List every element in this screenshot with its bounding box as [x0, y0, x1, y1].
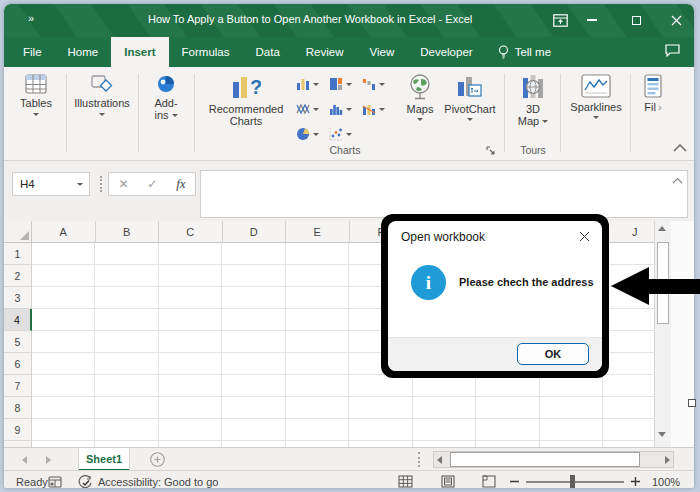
tab-formulas[interactable]: Formulas: [169, 37, 243, 67]
tab-data[interactable]: Data: [242, 37, 292, 67]
column-header-C[interactable]: C: [159, 221, 223, 243]
scroll-left-icon[interactable]: [437, 456, 442, 464]
new-sheet-button[interactable]: [150, 452, 165, 467]
tables-button[interactable]: Tables: [12, 74, 60, 116]
row-header-6[interactable]: 6: [4, 353, 32, 375]
page-layout-view-button[interactable]: [441, 471, 455, 488]
expand-formula-bar-button[interactable]: [672, 177, 683, 184]
name-box[interactable]: H4: [12, 172, 90, 196]
tab-review[interactable]: Review: [293, 37, 357, 67]
3d-map-icon: [520, 74, 546, 100]
waterfall-chart-button[interactable]: [362, 77, 385, 91]
minimize-icon: [587, 19, 597, 21]
tab-home[interactable]: Home: [55, 37, 112, 67]
row-header-4[interactable]: 4: [4, 309, 32, 331]
title-bar: » How To Apply a Button to Open Another …: [4, 4, 694, 37]
line-chart-icon: [296, 102, 310, 116]
recommended-charts-label-line1: Recommended: [209, 103, 284, 115]
line-chart-button[interactable]: [296, 102, 319, 116]
zoom-level[interactable]: 100%: [652, 471, 680, 488]
ribbon-tab-bar: FileHomeInsertFormulasDataReviewViewDeve…: [4, 37, 694, 67]
filters-button[interactable]: Fil›: [636, 74, 670, 113]
scatter-chart-button[interactable]: [329, 127, 352, 141]
horizontal-scroll-thumb[interactable]: [450, 452, 640, 467]
open-workbook-dialog: Open workbook i Please chech the address…: [388, 221, 602, 371]
column-header-A[interactable]: A: [32, 221, 96, 243]
tab-scrollbar-separator[interactable]: [418, 452, 420, 467]
close-button[interactable]: [666, 12, 686, 28]
column-header-B[interactable]: B: [96, 221, 160, 243]
tab-developer[interactable]: Developer: [407, 37, 485, 67]
insert-function-icon[interactable]: fx: [176, 176, 185, 192]
cancel-icon[interactable]: ✕: [118, 177, 128, 191]
3d-map-button[interactable]: 3D Map: [509, 74, 557, 127]
pie-chart-button[interactable]: [296, 127, 319, 141]
open-workbook-dialog-annotation: Open workbook i Please chech the address…: [381, 214, 609, 378]
sparklines-button[interactable]: Sparklines: [565, 74, 627, 119]
row-header-7[interactable]: 7: [4, 375, 32, 397]
macro-record-button[interactable]: [48, 471, 62, 488]
tab-insert[interactable]: Insert: [111, 37, 168, 67]
page-break-icon: [482, 475, 496, 488]
select-all-button[interactable]: [4, 221, 32, 243]
illustrations-button[interactable]: Illustrations: [70, 74, 134, 116]
zoom-slider-thumb[interactable]: [570, 475, 575, 488]
sparklines-dropdown-icon: [593, 116, 599, 119]
vertical-scrollbar[interactable]: [654, 221, 671, 447]
illustrations-dropdown-icon: [99, 113, 105, 116]
recommended-charts-button[interactable]: ? Recommended Charts: [200, 74, 292, 127]
comments-button[interactable]: [665, 44, 680, 57]
column-chart-icon: [296, 77, 310, 91]
treemap-chart-button[interactable]: [329, 77, 352, 91]
row-header-8[interactable]: 8: [4, 397, 32, 419]
ribbon-display-options-button[interactable]: [550, 12, 570, 28]
column-header-D[interactable]: D: [223, 221, 287, 243]
normal-view-button[interactable]: [398, 471, 413, 488]
sparklines-icon: [581, 74, 611, 98]
info-icon: i: [411, 265, 446, 300]
add-ins-button[interactable]: Add- ins: [142, 74, 190, 121]
collapse-ribbon-button[interactable]: [672, 143, 688, 153]
row-header-2[interactable]: 2: [4, 265, 32, 287]
row-header-5[interactable]: 5: [4, 331, 32, 353]
tab-file[interactable]: File: [10, 37, 55, 67]
previous-sheet-icon[interactable]: [22, 456, 27, 464]
horizontal-scrollbar[interactable]: [433, 451, 674, 468]
histogram-chart-button[interactable]: [329, 102, 352, 116]
sheet-tab-sheet1[interactable]: Sheet1: [78, 448, 130, 471]
tell-me-box[interactable]: Tell me: [498, 37, 551, 67]
page-break-preview-button[interactable]: [482, 471, 496, 488]
column-header-J[interactable]: J: [604, 221, 655, 243]
formula-bar-separator: [100, 176, 102, 192]
quick-access-toolbar-icon[interactable]: »: [28, 12, 33, 24]
pivotchart-button[interactable]: PivotChart: [440, 74, 500, 121]
combo-chart-dropdown-icon: [379, 108, 385, 111]
formula-input[interactable]: [200, 170, 688, 218]
vertical-scroll-thumb[interactable]: [657, 242, 669, 324]
tab-view[interactable]: View: [357, 37, 408, 67]
charts-dialog-launcher[interactable]: [486, 146, 496, 156]
scroll-right-icon[interactable]: [665, 456, 670, 464]
combo-chart-button[interactable]: [362, 102, 385, 116]
zoom-slider-track[interactable]: [526, 481, 624, 483]
sparklines-label: Sparklines: [570, 101, 621, 113]
zoom-out-button[interactable]: [510, 471, 519, 488]
next-sheet-icon[interactable]: [46, 456, 51, 464]
scroll-up-icon[interactable]: [658, 226, 666, 231]
maximize-button[interactable]: [626, 12, 646, 28]
enter-icon[interactable]: ✓: [147, 177, 157, 191]
dialog-footer: OK: [388, 337, 602, 371]
maps-button[interactable]: Maps: [399, 74, 441, 121]
accessibility-button[interactable]: Accessibility: Good to go: [78, 471, 218, 488]
row-header-1[interactable]: 1: [4, 243, 32, 265]
row-header-9[interactable]: 9: [4, 419, 32, 441]
zoom-in-button[interactable]: [631, 471, 640, 488]
minimize-button[interactable]: [582, 12, 602, 28]
ok-button[interactable]: OK: [517, 343, 589, 365]
dialog-close-button[interactable]: [576, 228, 592, 244]
row-header-3[interactable]: 3: [4, 287, 32, 309]
column-header-E[interactable]: E: [286, 221, 350, 243]
minus-icon: [510, 477, 519, 486]
column-chart-button[interactable]: [296, 77, 319, 91]
scroll-down-icon[interactable]: [658, 432, 666, 437]
